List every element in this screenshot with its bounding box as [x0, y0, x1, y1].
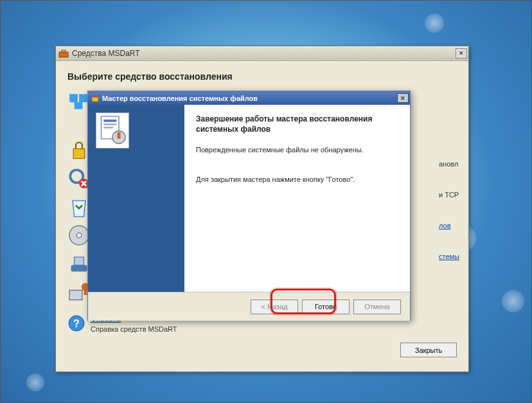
msdart-close-button[interactable]: ✕ [456, 48, 467, 58]
svg-rect-23 [103, 127, 113, 129]
svg-rect-18 [92, 97, 98, 102]
msdart-title: Средства MSDaRT [72, 49, 456, 58]
wizard-titlebar[interactable]: Мастер восстановления системных файлов ✕ [88, 91, 410, 105]
registry-editor-icon [67, 90, 89, 112]
svg-rect-13 [69, 291, 82, 300]
svg-rect-22 [103, 123, 116, 125]
svg-point-10 [76, 233, 82, 238]
partial-text-stubs: ановл и TCP лов стемы [439, 149, 459, 273]
msdart-titlebar[interactable]: Средства MSDaRT ✕ [56, 46, 468, 61]
svg-rect-1 [62, 50, 66, 52]
desktop-flare [502, 290, 524, 312]
wizard-icon [91, 94, 100, 103]
msdart-close-main-button[interactable]: Закрыть [400, 343, 457, 357]
wizard-status-text: Поврежденные системные файлы не обнаруже… [196, 146, 398, 154]
svg-rect-11 [71, 265, 87, 272]
wizard-title: Мастер восстановления системных файлов [102, 94, 397, 102]
svg-rect-0 [59, 52, 68, 57]
svg-rect-15 [84, 289, 87, 295]
svg-rect-12 [75, 257, 84, 265]
svg-rect-5 [73, 149, 85, 159]
wizard-button-bar: < Назад Готово Отмена [88, 292, 410, 321]
wizard-instruction-text: Для закрытия мастера нажмите кнопку "Гот… [196, 175, 398, 183]
svg-rect-3 [79, 94, 87, 102]
help-icon: ? [67, 314, 85, 332]
wizard-back-button: < Назад [251, 300, 298, 314]
svg-rect-4 [75, 102, 83, 109]
msdart-heading: Выберите средство восстановления [67, 71, 457, 82]
svg-rect-19 [93, 95, 97, 97]
wizard-finish-button[interactable]: Готово [302, 300, 350, 314]
toolbox-icon [58, 48, 69, 58]
svg-rect-2 [69, 94, 78, 102]
wizard-sidebar-icon [96, 112, 129, 148]
help-desc: Справка средств MSDaRT [91, 325, 177, 333]
sfc-wizard-dialog: Мастер восстановления системных файлов ✕… [87, 91, 411, 321]
desktop-flare [425, 13, 444, 33]
desktop-flare [26, 373, 44, 391]
wizard-sidebar [88, 105, 184, 292]
svg-text:?: ? [73, 318, 80, 329]
wizard-cancel-button: Отмена [353, 300, 401, 314]
svg-rect-21 [103, 120, 116, 122]
wizard-heading: Завершение работы мастера восстановления… [196, 114, 398, 134]
svg-rect-25 [118, 132, 121, 139]
wizard-close-button[interactable]: ✕ [397, 93, 409, 103]
